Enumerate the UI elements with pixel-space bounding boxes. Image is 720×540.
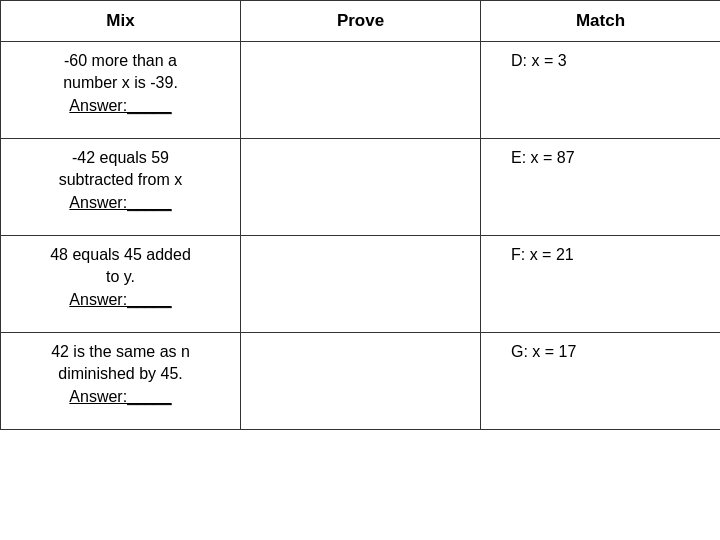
match-cell-2: F: x = 21 [481,236,721,333]
mix-line1-3: 42 is the same as n [11,341,230,363]
prove-content-0 [251,50,470,130]
mix-cell-0: -60 more than a number x is -39. Answer:… [1,42,241,139]
prove-cell-0 [241,42,481,139]
mix-line2-3: diminished by 45. [11,363,230,385]
main-table-container: Mix Prove Match -60 more than a number x… [0,0,720,430]
match-value-0: D: x = 3 [511,50,710,72]
match-value-3: G: x = 17 [511,341,710,363]
header-match: Match [481,1,721,42]
match-value-1: E: x = 87 [511,147,710,169]
prove-cell-2 [241,236,481,333]
prove-content-3 [251,341,470,421]
mix-line1-2: 48 equals 45 added [11,244,230,266]
mix-answer-0[interactable]: Answer:_____ [11,95,230,117]
mix-answer-3[interactable]: Answer:_____ [11,386,230,408]
worksheet-table: Mix Prove Match -60 more than a number x… [0,0,720,430]
prove-cell-3 [241,333,481,430]
prove-content-1 [251,147,470,227]
mix-line1-0: -60 more than a [11,50,230,72]
header-prove: Prove [241,1,481,42]
mix-answer-2[interactable]: Answer:_____ [11,289,230,311]
match-cell-0: D: x = 3 [481,42,721,139]
mix-cell-2: 48 equals 45 added to y. Answer:_____ [1,236,241,333]
mix-line1-1: -42 equals 59 [11,147,230,169]
header-mix: Mix [1,1,241,42]
mix-cell-1: -42 equals 59 subtracted from x Answer:_… [1,139,241,236]
match-value-2: F: x = 21 [511,244,710,266]
mix-cell-3: 42 is the same as n diminished by 45. An… [1,333,241,430]
match-cell-3: G: x = 17 [481,333,721,430]
prove-content-2 [251,244,470,324]
mix-answer-1[interactable]: Answer:_____ [11,192,230,214]
mix-line2-1: subtracted from x [11,169,230,191]
mix-line2-0: number x is -39. [11,72,230,94]
mix-line2-2: to y. [11,266,230,288]
match-cell-1: E: x = 87 [481,139,721,236]
prove-cell-1 [241,139,481,236]
